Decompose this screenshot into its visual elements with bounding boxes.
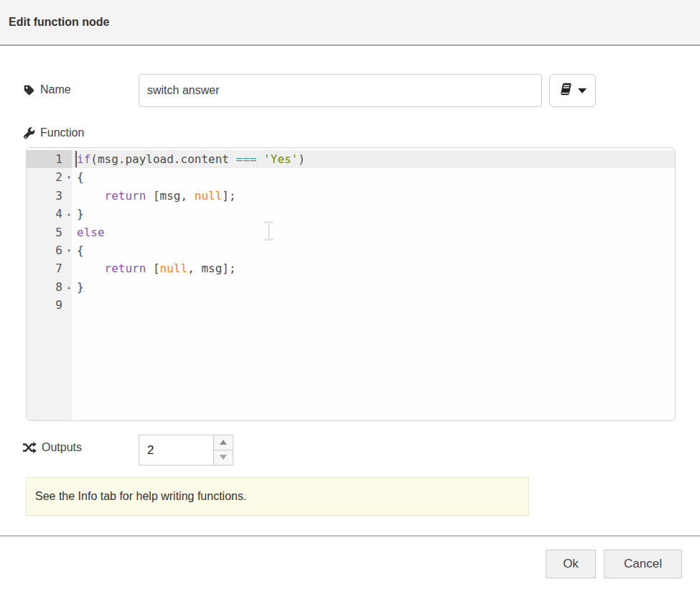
name-label: Name	[40, 83, 71, 96]
gutter-line-number: 4▴	[27, 205, 72, 223]
code-line-text: {	[72, 241, 675, 259]
ok-button-label: Ok	[563, 557, 579, 571]
dialog-header: Edit function node	[0, 0, 700, 46]
editor-line[interactable]: 5else	[27, 223, 675, 241]
code-line-text: else	[72, 223, 675, 241]
gutter-line-number: 8▴	[27, 278, 72, 296]
editor-line[interactable]: 2▾{	[27, 168, 675, 186]
ok-button[interactable]: Ok	[546, 550, 596, 578]
fold-close-icon[interactable]: ▴	[67, 205, 71, 223]
gutter-line-number: 9	[27, 296, 72, 314]
outputs-label-row: Outputs	[22, 441, 82, 454]
arrow-up-icon	[220, 440, 227, 445]
footer-divider	[0, 535, 700, 537]
code-line-text: }	[72, 205, 675, 223]
code-line-text: if(msg.payload.content === 'Yes')	[72, 150, 675, 168]
gutter-line-number: 1	[27, 150, 72, 168]
gutter-line-number: 3	[27, 187, 72, 205]
gutter-line-number: 6▾	[27, 241, 72, 259]
book-icon	[559, 82, 573, 99]
spinner-down-button[interactable]	[214, 450, 233, 466]
editor-gutter-background	[27, 315, 72, 421]
editor-line[interactable]: 9	[27, 296, 675, 314]
gutter-line-number: 7	[27, 259, 72, 277]
editor-line[interactable]: 7 return [null, msg];	[27, 259, 675, 277]
outputs-label: Outputs	[42, 441, 82, 454]
gutter-line-number: 2▾	[27, 168, 72, 186]
form-tip: See the Info tab for help writing functi…	[26, 477, 529, 516]
function-label-row: Function	[23, 126, 84, 139]
form-tip-text: See the Info tab for help writing functi…	[35, 490, 246, 503]
outputs-value[interactable]: 2	[147, 435, 154, 465]
code-line-text: return [msg, null];	[72, 187, 675, 205]
code-line-text: }	[72, 278, 675, 296]
editor-line[interactable]: 4▴}	[27, 205, 675, 223]
gutter-line-number: 5	[27, 223, 72, 241]
text-caret	[75, 151, 77, 167]
name-input[interactable]	[139, 74, 542, 107]
editor-line[interactable]: 6▾{	[27, 241, 675, 259]
cancel-button-label: Cancel	[624, 557, 662, 571]
caret-down-icon	[578, 88, 587, 93]
spinner-up-button[interactable]	[214, 435, 233, 450]
name-label-row: Name	[23, 83, 71, 96]
fold-open-icon[interactable]: ▾	[67, 168, 71, 186]
fold-open-icon[interactable]: ▾	[67, 241, 71, 259]
editor-line[interactable]: 1if(msg.payload.content === 'Yes')	[27, 150, 675, 168]
editor-line[interactable]: 8▴}	[27, 278, 675, 296]
edit-function-node-dialog: Edit function node Name	[0, 0, 700, 592]
wrench-icon	[23, 127, 35, 139]
function-label: Function	[40, 126, 84, 139]
library-button[interactable]	[549, 74, 596, 107]
arrow-down-icon	[220, 455, 227, 460]
code-line-text: return [null, msg];	[72, 259, 675, 277]
function-code-editor[interactable]: 1if(msg.payload.content === 'Yes')2▾{3 r…	[26, 147, 676, 421]
shuffle-icon	[22, 441, 37, 454]
outputs-spinner[interactable]: 2	[139, 435, 233, 466]
spinner-buttons	[213, 435, 233, 465]
code-line-text	[72, 296, 675, 314]
cancel-button[interactable]: Cancel	[604, 550, 682, 578]
editor-line[interactable]: 3 return [msg, null];	[27, 187, 675, 205]
tag-icon	[23, 84, 35, 96]
code-line-text: {	[72, 168, 675, 186]
mouse-ibeam-cursor	[263, 221, 274, 241]
fold-close-icon[interactable]: ▴	[67, 278, 71, 296]
dialog-title: Edit function node	[0, 16, 109, 29]
